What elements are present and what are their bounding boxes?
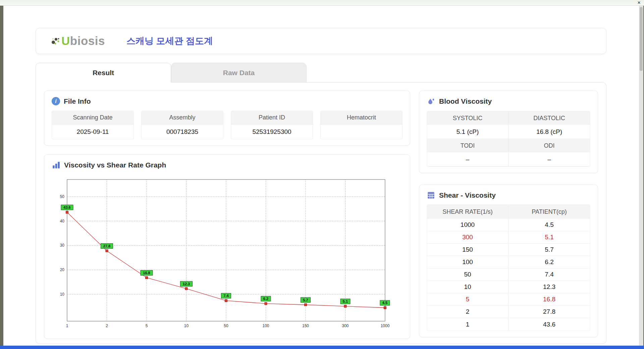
shear-rate-cell: 300 <box>427 231 508 244</box>
graph-card: Viscosity vs Shear Rate Graph 1020304050… <box>44 154 410 339</box>
shear-rate-cell: 100 <box>427 256 508 268</box>
window-titlebar: ✕ <box>0 0 644 6</box>
tab-raw-data[interactable]: Raw Data <box>171 63 307 83</box>
scrollbar[interactable] <box>639 6 643 346</box>
table-row: 1000 4.5 <box>427 219 590 231</box>
patient-cell: 27.8 <box>508 306 590 318</box>
bv-label-diastolic: DIASTOLIC <box>508 111 590 125</box>
shear-rate-cell: 150 <box>427 244 508 256</box>
app-window: Ubiosis 스캐닝 모세관 점도계 Result Raw Data i Fi… <box>3 6 643 346</box>
bv-value-odi: – <box>508 152 590 166</box>
table-row: 300 5.1 <box>427 231 590 244</box>
file-info-header: i File Info <box>52 97 402 105</box>
table-row: 150 5.7 <box>427 244 590 256</box>
svg-text:100: 100 <box>262 323 269 328</box>
shear-viscosity-card: Shear - Viscosity SHEAR RATE(1/s)PATIENT… <box>419 185 598 337</box>
shear-rate-cell: 10 <box>427 281 508 293</box>
patient-cell: 16.8 <box>508 293 590 306</box>
table-icon <box>427 191 435 200</box>
shear-rate-cell: 1000 <box>427 219 508 231</box>
field-label: Hematocrit <box>321 111 402 124</box>
blood-viscosity-title: Blood Viscosity <box>439 97 492 105</box>
chart-svg: 10203040501251050100150300100043.627.816… <box>52 173 390 331</box>
svg-text:2: 2 <box>106 323 108 328</box>
patient-cell: 43.6 <box>508 318 590 331</box>
tab-bar: Result Raw Data <box>36 63 643 83</box>
bv-label-todi: TODI <box>427 139 508 152</box>
shear-rate-cell: 5 <box>427 293 508 306</box>
file-info-fields: Scanning Date 2025-09-11 Assembly 000718… <box>52 111 402 139</box>
page-title: 스캐닝 모세관 점도계 <box>126 35 213 47</box>
shear-rate-cell: 2 <box>427 306 508 318</box>
right-column: Blood Viscosity SYSTOLICDIASTOLIC5.1 (cP… <box>419 91 598 336</box>
blood-viscosity-header: Blood Viscosity <box>427 97 590 106</box>
file-info-scanning-date: Scanning Date 2025-09-11 <box>52 111 134 139</box>
svg-text:5.7: 5.7 <box>303 298 308 302</box>
blood-viscosity-card: Blood Viscosity SYSTOLICDIASTOLIC5.1 (cP… <box>419 91 598 173</box>
svg-text:20: 20 <box>60 267 65 272</box>
svg-text:7.4: 7.4 <box>223 294 229 298</box>
file-info-title: File Info <box>64 97 91 105</box>
column-header: PATIENT(cp) <box>508 205 590 219</box>
shear-viscosity-title: Shear - Viscosity <box>439 191 496 199</box>
left-column: i File Info Scanning Date 2025-09-11 Ass… <box>44 91 410 336</box>
table-row: 1 43.6 <box>427 318 590 331</box>
info-icon: i <box>52 97 60 105</box>
svg-text:50: 50 <box>224 323 228 328</box>
svg-text:30: 30 <box>60 243 65 248</box>
table-row: 5 16.8 <box>427 293 590 306</box>
taskbar-strip <box>0 346 644 349</box>
patient-cell: 5.7 <box>508 244 590 256</box>
field-label: Scanning Date <box>52 111 133 124</box>
field-value: 52531925300 <box>231 124 313 139</box>
viscosity-chart: 10203040501251050100150300100043.627.816… <box>52 173 402 333</box>
bar-chart-icon <box>52 161 60 169</box>
field-value: 000718235 <box>142 124 223 139</box>
app-logo: Ubiosis <box>51 34 105 48</box>
table-row: 10 12.3 <box>427 281 590 293</box>
tab-result[interactable]: Result <box>36 63 171 83</box>
svg-text:16.8: 16.8 <box>143 271 150 275</box>
table-row: 100 6.2 <box>427 256 590 268</box>
svg-text:40: 40 <box>60 219 65 223</box>
logo-mark-icon <box>51 37 60 45</box>
blood-viscosity-grid: SYSTOLICDIASTOLIC5.1 (cP)16.8 (cP)TODIOD… <box>427 111 590 167</box>
bv-value-systolic: 5.1 (cP) <box>427 125 508 139</box>
field-label: Patient ID <box>231 111 313 124</box>
file-info-card: i File Info Scanning Date 2025-09-11 Ass… <box>44 91 410 146</box>
column-header: SHEAR RATE(1/s) <box>427 205 508 219</box>
file-info-hematocrit: Hematocrit <box>320 111 402 139</box>
svg-text:1000: 1000 <box>381 323 390 328</box>
shear-rate-cell: 50 <box>427 268 508 281</box>
svg-text:6.2: 6.2 <box>263 297 268 301</box>
svg-text:5: 5 <box>146 323 148 328</box>
logo-text: Ubiosis <box>61 34 105 48</box>
shear-viscosity-table: SHEAR RATE(1/s)PATIENT(cp) 1000 4.5 300 … <box>427 204 590 331</box>
field-value: 2025-09-11 <box>52 124 133 139</box>
svg-text:10: 10 <box>184 323 189 328</box>
header-card: Ubiosis 스캐닝 모세관 점도계 <box>36 28 606 54</box>
field-label: Assembly <box>142 111 223 124</box>
table-row: 50 7.4 <box>427 268 590 281</box>
scrollbar-thumb[interactable] <box>640 7 643 71</box>
patient-cell: 12.3 <box>508 281 590 293</box>
bv-value-diastolic: 16.8 (cP) <box>508 125 590 139</box>
patient-cell: 6.2 <box>508 256 590 268</box>
svg-text:5.1: 5.1 <box>343 299 348 303</box>
svg-text:10: 10 <box>60 292 65 297</box>
file-info-assembly: Assembly 000718235 <box>141 111 223 139</box>
svg-text:4.5: 4.5 <box>382 301 387 305</box>
close-icon[interactable]: ✕ <box>637 0 641 5</box>
patient-cell: 5.1 <box>508 231 590 244</box>
svg-text:12.3: 12.3 <box>183 282 190 286</box>
result-panel: i File Info Scanning Date 2025-09-11 Ass… <box>36 82 606 344</box>
patient-cell: 7.4 <box>508 268 590 281</box>
field-value <box>321 124 402 139</box>
svg-text:1: 1 <box>66 323 68 328</box>
svg-text:300: 300 <box>342 323 348 328</box>
graph-header: Viscosity vs Shear Rate Graph <box>52 161 402 169</box>
graph-title: Viscosity vs Shear Rate Graph <box>64 161 166 169</box>
bv-value-todi: – <box>427 152 508 166</box>
bv-label-systolic: SYSTOLIC <box>427 111 508 125</box>
bv-label-odi: ODI <box>508 139 590 152</box>
